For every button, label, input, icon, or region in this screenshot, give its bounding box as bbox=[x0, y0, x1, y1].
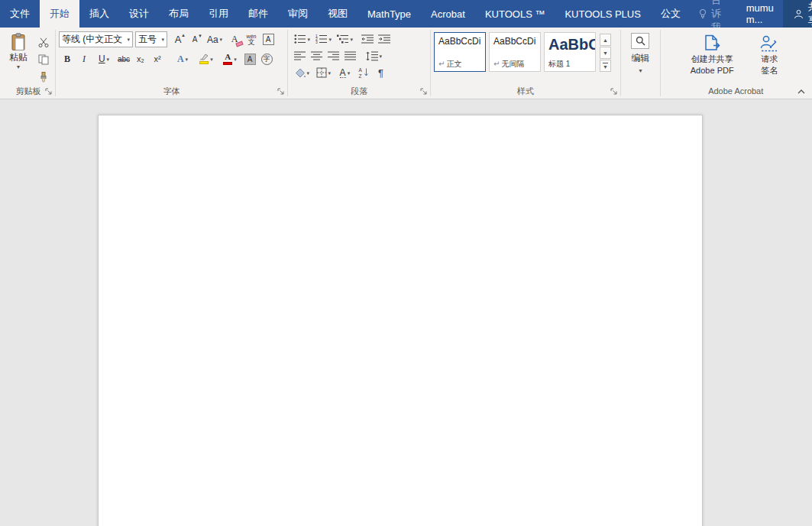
font-size-value: 五号 bbox=[138, 33, 160, 46]
tab-acrobat[interactable]: Acrobat bbox=[421, 0, 475, 28]
tab-insert[interactable]: 插入 bbox=[79, 0, 119, 28]
cut-button[interactable] bbox=[36, 34, 51, 50]
tab-design[interactable]: 设计 bbox=[119, 0, 159, 28]
pdf-share-icon bbox=[702, 34, 722, 54]
find-button[interactable] bbox=[631, 33, 649, 49]
grow-font-button[interactable]: A▲ bbox=[170, 32, 186, 47]
subscript-button[interactable]: x₂ bbox=[133, 51, 148, 67]
font-dialog-launcher[interactable] bbox=[277, 87, 286, 96]
enclose-characters-button[interactable]: 字 bbox=[259, 51, 274, 67]
chevron-down-icon: ▾ bbox=[308, 37, 311, 42]
multilevel-list-button[interactable]: ▾ bbox=[335, 31, 354, 47]
editing-label[interactable]: 编辑 bbox=[631, 52, 649, 65]
editing-group-label bbox=[624, 86, 658, 99]
chevron-down-icon: ▾ bbox=[234, 57, 237, 62]
show-hide-marks-button[interactable]: ¶ bbox=[373, 65, 388, 80]
tab-file[interactable]: 文件 bbox=[0, 0, 40, 28]
tab-mailings[interactable]: 邮件 bbox=[238, 0, 278, 28]
tab-mathtype[interactable]: MathType bbox=[357, 0, 421, 28]
style-preview: AaBbC bbox=[548, 36, 593, 54]
chevron-down-icon: ▾ bbox=[348, 70, 351, 76]
tab-references[interactable]: 引用 bbox=[199, 0, 238, 28]
bullets-button[interactable]: ▾ bbox=[292, 31, 312, 47]
strikethrough-button[interactable]: abc bbox=[116, 51, 131, 67]
ribbon-tab-bar: 文件 开始 插入 设计 布局 引用 邮件 审阅 视图 MathType Acro… bbox=[0, 0, 812, 28]
copy-button[interactable] bbox=[36, 52, 51, 67]
tab-home[interactable]: 开始 bbox=[40, 0, 79, 28]
phonetic-guide-button[interactable]: wén文 bbox=[244, 32, 259, 47]
sort-button[interactable]: AZ bbox=[356, 65, 371, 80]
shrink-font-button[interactable]: A▼ bbox=[187, 32, 202, 47]
acrobat-group-label: Adobe Acrobat bbox=[664, 86, 807, 99]
clipboard-dialog-launcher[interactable] bbox=[44, 87, 53, 96]
style-name-text: 无间隔 bbox=[501, 60, 524, 68]
asian-layout-button[interactable]: A ▾ bbox=[335, 65, 354, 80]
increase-indent-button[interactable] bbox=[377, 31, 392, 47]
style-no-spacing[interactable]: AaBbCcDi ↵无间隔 bbox=[489, 32, 541, 72]
signature-icon bbox=[759, 34, 779, 54]
styles-more-button[interactable]: ▼ bbox=[600, 60, 611, 72]
tab-layout[interactable]: 布局 bbox=[159, 0, 199, 28]
lightbulb-icon bbox=[698, 8, 707, 19]
paragraph-group: ▾ 123 ▾ ▾ bbox=[288, 28, 430, 99]
font-group-label: 字体 bbox=[59, 86, 284, 99]
text-highlight-color-button[interactable]: ▾ bbox=[195, 51, 218, 67]
align-right-button[interactable] bbox=[325, 48, 341, 63]
underline-button[interactable]: U▾ bbox=[93, 51, 115, 67]
tell-me[interactable]: 告诉我... bbox=[691, 0, 737, 28]
chevron-down-icon: ▾ bbox=[186, 57, 189, 62]
chevron-down-icon: ▾ bbox=[107, 57, 110, 62]
chevron-down-icon: ▾ bbox=[307, 70, 310, 76]
shading-button[interactable]: ▾ bbox=[292, 65, 312, 80]
styles-group-label: 样式 bbox=[434, 86, 617, 99]
style-heading-1[interactable]: AaBbC 标题 1 bbox=[544, 32, 596, 72]
chevron-down-icon: ▾ bbox=[328, 70, 332, 76]
style-name: ↵正文 bbox=[438, 59, 483, 70]
change-case-button[interactable]: Aa▾ bbox=[204, 32, 225, 47]
tab-review[interactable]: 审阅 bbox=[278, 0, 318, 28]
request-line2: 签名 bbox=[761, 65, 778, 76]
format-painter-button[interactable] bbox=[36, 70, 51, 85]
decrease-indent-button[interactable] bbox=[360, 31, 375, 47]
account-name[interactable]: mumu m... bbox=[737, 0, 783, 28]
font-color-button[interactable]: A ▾ bbox=[219, 51, 241, 67]
paste-button[interactable]: 粘贴 ▾ bbox=[5, 30, 32, 86]
justify-button[interactable] bbox=[342, 48, 357, 63]
align-left-button[interactable] bbox=[292, 48, 307, 63]
styles-scroll-up[interactable]: ▲ bbox=[600, 34, 611, 46]
tab-view[interactable]: 视图 bbox=[318, 0, 357, 28]
share-button[interactable]: 共享 bbox=[783, 0, 812, 28]
numbering-button[interactable]: 123 ▾ bbox=[313, 31, 333, 47]
style-name: 标题 1 bbox=[548, 59, 593, 70]
style-normal[interactable]: AaBbCcDi ↵正文 bbox=[434, 32, 486, 72]
line-spacing-button[interactable]: ▾ bbox=[363, 48, 384, 63]
font-name-select[interactable]: 等线 (中文正文 ▾ bbox=[59, 31, 133, 47]
align-center-button[interactable] bbox=[309, 48, 324, 63]
document-page[interactable] bbox=[98, 115, 703, 526]
borders-button[interactable]: ▾ bbox=[313, 65, 333, 80]
chevron-down-icon[interactable]: ▾ bbox=[639, 68, 642, 74]
tab-kutools-plus[interactable]: KUTOOLS PLUS bbox=[555, 0, 650, 28]
chevron-down-icon: ▾ bbox=[17, 64, 20, 70]
paste-label: 粘贴 bbox=[9, 51, 27, 64]
font-size-select[interactable]: 五号 ▾ bbox=[135, 31, 167, 47]
styles-scroll-down[interactable]: ▼ bbox=[600, 47, 611, 59]
styles-dialog-launcher[interactable] bbox=[610, 87, 619, 96]
style-preview: AaBbCcDi bbox=[493, 36, 538, 47]
tab-kutools[interactable]: KUTOOLS ™ bbox=[475, 0, 555, 28]
tab-gongwen[interactable]: 公文 bbox=[651, 0, 691, 28]
paragraph-dialog-launcher[interactable] bbox=[419, 87, 429, 96]
create-share-pdf-button[interactable]: 创建并共享 Adobe PDF bbox=[682, 30, 742, 86]
chevron-down-icon: ▾ bbox=[161, 37, 164, 42]
superscript-button[interactable]: x² bbox=[150, 51, 165, 67]
character-border-button[interactable]: A bbox=[260, 32, 276, 47]
bold-button[interactable]: B bbox=[60, 51, 75, 67]
character-shading-button[interactable]: A bbox=[242, 51, 257, 67]
italic-button[interactable]: I bbox=[76, 51, 92, 67]
clear-formatting-button[interactable]: A bbox=[227, 32, 242, 47]
style-name-text: 标题 1 bbox=[548, 60, 570, 68]
down-triangle-icon: ▼ bbox=[198, 34, 202, 38]
request-signatures-button[interactable]: 请求 签名 bbox=[749, 30, 789, 86]
collapse-ribbon-button[interactable] bbox=[796, 87, 807, 96]
text-effects-button[interactable]: A▾ bbox=[172, 51, 193, 67]
